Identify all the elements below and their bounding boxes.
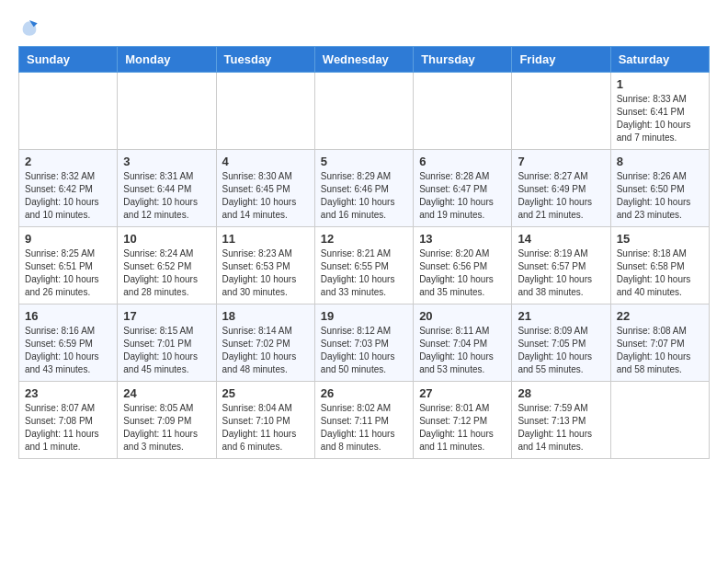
day-header-monday: Monday <box>118 47 216 73</box>
day-info: Sunrise: 8:23 AM Sunset: 6:53 PM Dayligh… <box>222 247 309 299</box>
calendar-week-row: 2Sunrise: 8:32 AM Sunset: 6:42 PM Daylig… <box>19 150 710 227</box>
day-info: Sunrise: 8:01 AM Sunset: 7:12 PM Dayligh… <box>419 402 506 454</box>
calendar-week-row: 23Sunrise: 8:07 AM Sunset: 7:08 PM Dayli… <box>19 382 710 459</box>
day-number: 10 <box>123 232 210 246</box>
day-number: 6 <box>419 155 506 168</box>
empty-cell <box>610 382 709 459</box>
calendar-header-row: SundayMondayTuesdayWednesdayThursdayFrid… <box>19 47 710 73</box>
day-info: Sunrise: 8:29 AM Sunset: 6:46 PM Dayligh… <box>321 170 407 222</box>
day-number: 1 <box>617 77 703 91</box>
calendar-week-row: 16Sunrise: 8:16 AM Sunset: 6:59 PM Dayli… <box>19 304 710 382</box>
calendar-day-19: 19Sunrise: 8:12 AM Sunset: 7:03 PM Dayli… <box>314 304 413 382</box>
day-info: Sunrise: 8:25 AM Sunset: 6:51 PM Dayligh… <box>25 247 111 299</box>
day-info: Sunrise: 8:24 AM Sunset: 6:52 PM Dayligh… <box>123 247 210 299</box>
day-number: 11 <box>222 232 309 246</box>
calendar-day-5: 5Sunrise: 8:29 AM Sunset: 6:46 PM Daylig… <box>314 150 413 227</box>
day-number: 28 <box>518 386 604 400</box>
calendar-day-12: 12Sunrise: 8:21 AM Sunset: 6:55 PM Dayli… <box>314 227 413 304</box>
day-info: Sunrise: 8:30 AM Sunset: 6:45 PM Dayligh… <box>222 170 309 222</box>
empty-cell <box>19 73 118 150</box>
calendar-day-27: 27Sunrise: 8:01 AM Sunset: 7:12 PM Dayli… <box>414 382 512 459</box>
day-info: Sunrise: 8:02 AM Sunset: 7:11 PM Dayligh… <box>321 402 407 454</box>
calendar-day-21: 21Sunrise: 8:09 AM Sunset: 7:05 PM Dayli… <box>512 304 610 382</box>
day-info: Sunrise: 7:59 AM Sunset: 7:13 PM Dayligh… <box>518 402 604 454</box>
day-info: Sunrise: 8:28 AM Sunset: 6:47 PM Dayligh… <box>419 170 506 222</box>
day-info: Sunrise: 8:15 AM Sunset: 7:01 PM Dayligh… <box>123 325 210 376</box>
day-number: 3 <box>123 155 210 168</box>
calendar-day-15: 15Sunrise: 8:18 AM Sunset: 6:58 PM Dayli… <box>610 227 709 304</box>
calendar-day-11: 11Sunrise: 8:23 AM Sunset: 6:53 PM Dayli… <box>216 227 314 304</box>
calendar-day-25: 25Sunrise: 8:04 AM Sunset: 7:10 PM Dayli… <box>216 382 314 459</box>
calendar-day-16: 16Sunrise: 8:16 AM Sunset: 6:59 PM Dayli… <box>19 304 118 382</box>
day-header-tuesday: Tuesday <box>216 47 314 73</box>
calendar-day-14: 14Sunrise: 8:19 AM Sunset: 6:57 PM Dayli… <box>512 227 610 304</box>
calendar-day-17: 17Sunrise: 8:15 AM Sunset: 7:01 PM Dayli… <box>118 304 216 382</box>
calendar-day-28: 28Sunrise: 7:59 AM Sunset: 7:13 PM Dayli… <box>512 382 610 459</box>
calendar-day-18: 18Sunrise: 8:14 AM Sunset: 7:02 PM Dayli… <box>216 304 314 382</box>
day-info: Sunrise: 8:27 AM Sunset: 6:49 PM Dayligh… <box>518 170 604 222</box>
calendar-week-row: 9Sunrise: 8:25 AM Sunset: 6:51 PM Daylig… <box>19 227 710 304</box>
day-number: 4 <box>222 155 309 168</box>
day-info: Sunrise: 8:14 AM Sunset: 7:02 PM Dayligh… <box>222 325 309 376</box>
empty-cell <box>118 73 216 150</box>
day-info: Sunrise: 8:19 AM Sunset: 6:57 PM Dayligh… <box>518 247 604 299</box>
day-info: Sunrise: 8:31 AM Sunset: 6:44 PM Dayligh… <box>123 170 210 222</box>
day-info: Sunrise: 8:32 AM Sunset: 6:42 PM Dayligh… <box>25 170 111 222</box>
day-number: 15 <box>617 232 703 246</box>
day-info: Sunrise: 8:08 AM Sunset: 7:07 PM Dayligh… <box>617 325 703 376</box>
calendar-day-23: 23Sunrise: 8:07 AM Sunset: 7:08 PM Dayli… <box>19 382 118 459</box>
day-info: Sunrise: 8:07 AM Sunset: 7:08 PM Dayligh… <box>25 402 111 454</box>
day-header-saturday: Saturday <box>610 47 709 73</box>
day-number: 25 <box>222 386 309 400</box>
day-number: 9 <box>25 232 111 246</box>
calendar-day-4: 4Sunrise: 8:30 AM Sunset: 6:45 PM Daylig… <box>216 150 314 227</box>
calendar-table: SundayMondayTuesdayWednesdayThursdayFrid… <box>18 46 710 459</box>
calendar-day-22: 22Sunrise: 8:08 AM Sunset: 7:07 PM Dayli… <box>610 304 709 382</box>
day-number: 23 <box>25 386 111 400</box>
day-info: Sunrise: 8:11 AM Sunset: 7:04 PM Dayligh… <box>419 325 506 376</box>
day-info: Sunrise: 8:18 AM Sunset: 6:58 PM Dayligh… <box>617 247 703 299</box>
logo <box>18 18 39 37</box>
day-number: 13 <box>419 232 506 246</box>
calendar-day-24: 24Sunrise: 8:05 AM Sunset: 7:09 PM Dayli… <box>118 382 216 459</box>
empty-cell <box>314 73 413 150</box>
calendar-day-2: 2Sunrise: 8:32 AM Sunset: 6:42 PM Daylig… <box>19 150 118 227</box>
day-number: 14 <box>518 232 604 246</box>
calendar-day-3: 3Sunrise: 8:31 AM Sunset: 6:44 PM Daylig… <box>118 150 216 227</box>
day-number: 18 <box>222 309 309 323</box>
logo-icon <box>20 18 39 37</box>
day-info: Sunrise: 8:16 AM Sunset: 6:59 PM Dayligh… <box>25 325 111 376</box>
day-number: 24 <box>123 386 210 400</box>
day-number: 26 <box>321 386 407 400</box>
empty-cell <box>414 73 512 150</box>
day-info: Sunrise: 8:20 AM Sunset: 6:56 PM Dayligh… <box>419 247 506 299</box>
day-number: 22 <box>617 309 703 323</box>
calendar-day-26: 26Sunrise: 8:02 AM Sunset: 7:11 PM Dayli… <box>314 382 413 459</box>
day-number: 5 <box>321 155 407 168</box>
day-info: Sunrise: 8:04 AM Sunset: 7:10 PM Dayligh… <box>222 402 309 454</box>
day-header-sunday: Sunday <box>19 47 118 73</box>
empty-cell <box>512 73 610 150</box>
empty-cell <box>216 73 314 150</box>
day-header-friday: Friday <box>512 47 610 73</box>
calendar-day-8: 8Sunrise: 8:26 AM Sunset: 6:50 PM Daylig… <box>610 150 709 227</box>
calendar-day-6: 6Sunrise: 8:28 AM Sunset: 6:47 PM Daylig… <box>414 150 512 227</box>
day-number: 7 <box>518 155 604 168</box>
day-number: 27 <box>419 386 506 400</box>
day-number: 17 <box>123 309 210 323</box>
day-info: Sunrise: 8:12 AM Sunset: 7:03 PM Dayligh… <box>321 325 407 376</box>
day-info: Sunrise: 8:33 AM Sunset: 6:41 PM Dayligh… <box>617 93 703 144</box>
calendar-day-9: 9Sunrise: 8:25 AM Sunset: 6:51 PM Daylig… <box>19 227 118 304</box>
day-number: 16 <box>25 309 111 323</box>
calendar-week-row: 1Sunrise: 8:33 AM Sunset: 6:41 PM Daylig… <box>19 73 710 150</box>
calendar-day-1: 1Sunrise: 8:33 AM Sunset: 6:41 PM Daylig… <box>610 73 709 150</box>
calendar-day-20: 20Sunrise: 8:11 AM Sunset: 7:04 PM Dayli… <box>414 304 512 382</box>
day-info: Sunrise: 8:21 AM Sunset: 6:55 PM Dayligh… <box>321 247 407 299</box>
day-number: 21 <box>518 309 604 323</box>
day-number: 19 <box>321 309 407 323</box>
day-number: 12 <box>321 232 407 246</box>
day-header-thursday: Thursday <box>414 47 512 73</box>
day-number: 20 <box>419 309 506 323</box>
calendar-day-13: 13Sunrise: 8:20 AM Sunset: 6:56 PM Dayli… <box>414 227 512 304</box>
day-number: 2 <box>25 155 111 168</box>
